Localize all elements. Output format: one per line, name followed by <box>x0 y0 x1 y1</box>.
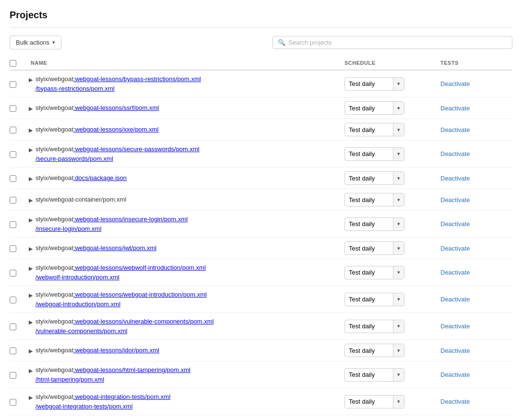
schedule-chevron-icon[interactable]: ▾ <box>393 102 404 114</box>
project-path-link-2[interactable]: /html-tampering/pom.xml <box>36 376 104 383</box>
project-path-link-2[interactable]: /secure-passwords/pom.xml <box>36 155 113 162</box>
bulk-actions-button[interactable]: Bulk actions ▾ <box>10 36 61 49</box>
deactivate-link[interactable]: Deactivate <box>440 150 470 157</box>
play-icon[interactable]: ▶ <box>29 318 33 326</box>
row-checkbox[interactable] <box>10 245 16 252</box>
deactivate-link[interactable]: Deactivate <box>440 175 470 182</box>
row-check-cell <box>10 244 29 252</box>
schedule-select[interactable]: Test daily <box>345 266 393 279</box>
play-icon[interactable]: ▶ <box>29 216 33 224</box>
play-icon[interactable]: ▶ <box>29 394 33 402</box>
schedule-chevron-icon[interactable]: ▾ <box>393 218 404 230</box>
schedule-select[interactable]: Test daily <box>345 102 393 114</box>
project-path-link[interactable]: :webgoat-lessons/jwt/pom.xml <box>73 244 156 252</box>
project-path-link[interactable]: :webgoat-lessons/html-tampering/pom.xml <box>73 366 190 373</box>
deactivate-link[interactable]: Deactivate <box>440 269 470 276</box>
schedule-select[interactable]: Test daily <box>345 148 393 160</box>
schedule-chevron-icon[interactable]: ▾ <box>393 344 404 357</box>
project-path-link[interactable]: :webgoat-lessons/vulnerable-components/p… <box>73 318 214 325</box>
schedule-select[interactable]: Test daily <box>345 78 393 90</box>
project-path-link[interactable]: :webgoat-lessons/xxe/pom.xml <box>73 126 159 133</box>
schedule-select[interactable]: Test daily <box>345 293 393 306</box>
schedule-chevron-icon[interactable]: ▾ <box>393 242 404 254</box>
schedule-chevron-icon[interactable]: ▾ <box>393 396 404 408</box>
row-checkbox[interactable] <box>10 297 16 303</box>
play-icon[interactable]: ▶ <box>29 175 33 183</box>
schedule-select[interactable]: Test daily <box>345 193 393 206</box>
play-icon[interactable]: ▶ <box>29 146 33 154</box>
play-icon[interactable]: ▶ <box>29 76 33 84</box>
project-path-link[interactable]: :webgoat-lessons/webgoat-introduction/po… <box>73 291 207 298</box>
row-checkbox[interactable] <box>10 348 16 354</box>
project-name-cell: ▶styix/webgoat-container/pom.xml <box>29 195 344 204</box>
chevron-down-icon: ▾ <box>52 39 55 46</box>
deactivate-link[interactable]: Deactivate <box>440 105 470 112</box>
schedule-chevron-icon[interactable]: ▾ <box>393 172 404 184</box>
play-icon[interactable]: ▶ <box>29 347 33 355</box>
deactivate-link[interactable]: Deactivate <box>440 196 470 204</box>
deactivate-link[interactable]: Deactivate <box>440 296 470 303</box>
play-icon[interactable]: ▶ <box>29 126 33 134</box>
schedule-select[interactable]: Test daily <box>345 123 393 136</box>
schedule-chevron-icon[interactable]: ▾ <box>393 320 404 333</box>
schedule-chevron-icon[interactable]: ▾ <box>393 293 404 306</box>
row-checkbox[interactable] <box>10 151 16 158</box>
project-path-link[interactable]: :webgoat-lessons/secure-passwords/pom.xm… <box>73 145 200 153</box>
play-icon[interactable]: ▶ <box>29 291 33 300</box>
project-path-link-2[interactable]: /bypass-restrictions/pom.xml <box>36 85 115 92</box>
schedule-select[interactable]: Test daily <box>345 218 393 230</box>
row-checkbox[interactable] <box>10 372 16 379</box>
row-checkbox[interactable] <box>10 197 16 204</box>
row-checkbox[interactable] <box>10 175 16 182</box>
schedule-chevron-icon[interactable]: ▾ <box>393 266 404 279</box>
schedule-select[interactable]: Test daily <box>345 320 393 333</box>
deactivate-link[interactable]: Deactivate <box>440 398 470 405</box>
project-path-link[interactable]: :webgoat-lessons/webwolf-introduction/po… <box>73 264 206 271</box>
row-checkbox[interactable] <box>10 324 16 330</box>
schedule-chevron-icon[interactable]: ▾ <box>393 369 404 381</box>
schedule-select[interactable]: Test daily <box>345 369 393 381</box>
schedule-select[interactable]: Test daily <box>345 242 393 254</box>
schedule-select[interactable]: Test daily <box>345 396 393 408</box>
schedule-chevron-icon[interactable]: ▾ <box>393 193 404 206</box>
play-icon[interactable]: ▶ <box>29 264 33 273</box>
schedule-select-wrapper: Test daily▾ <box>344 217 404 231</box>
deactivate-link[interactable]: Deactivate <box>440 371 470 378</box>
select-all-checkbox[interactable] <box>10 60 16 67</box>
project-path-link-2[interactable]: /insecure-login/pom.xml <box>36 225 101 232</box>
row-checkbox[interactable] <box>10 127 16 133</box>
project-path-link[interactable]: :webgoat-lessons/ssrf/pom.xml <box>73 104 159 111</box>
play-icon[interactable]: ▶ <box>29 196 33 204</box>
row-checkbox[interactable] <box>10 399 16 406</box>
project-path-link-2[interactable]: /webgoat-integration-tests/pom.xml <box>36 403 132 410</box>
deactivate-link[interactable]: Deactivate <box>440 347 470 354</box>
th-schedule: SCHEDULE <box>344 60 440 67</box>
project-path-link-2[interactable]: /webgoat-introduction/pom.xml <box>36 300 120 308</box>
deactivate-link[interactable]: Deactivate <box>440 220 470 228</box>
deactivate-link[interactable]: Deactivate <box>440 245 470 252</box>
schedule-select[interactable]: Test daily <box>345 172 393 184</box>
search-input[interactable] <box>288 39 507 46</box>
project-path-link[interactable]: :docs/package.json <box>73 174 127 181</box>
play-icon[interactable]: ▶ <box>29 105 33 113</box>
schedule-select[interactable]: Test daily <box>345 344 393 357</box>
project-path-link-2[interactable]: /webwolf-introduction/pom.xml <box>36 274 119 281</box>
row-checkbox[interactable] <box>10 270 16 276</box>
deactivate-link[interactable]: Deactivate <box>440 323 470 330</box>
play-icon[interactable]: ▶ <box>29 367 33 375</box>
project-path-link-2[interactable]: /vulnerable-components/pom.xml <box>36 327 127 335</box>
project-path-link[interactable]: :webgoat-lessons/bypass-restrictions/pom… <box>73 75 201 83</box>
project-path-link[interactable]: :webgoat-lessons/idor/pom.xml <box>73 347 159 354</box>
row-checkbox[interactable] <box>10 221 16 228</box>
project-name-text: styix/webgoat:webgoat-lessons/xxe/pom.xm… <box>36 125 159 134</box>
project-path-link[interactable]: :webgoat-integration-tests/pom.xml <box>73 393 170 400</box>
project-path-link[interactable]: :webgoat-lessons/insecure-login/pom.xml <box>73 216 188 223</box>
row-checkbox[interactable] <box>10 105 16 112</box>
play-icon[interactable]: ▶ <box>29 245 33 253</box>
row-checkbox[interactable] <box>10 81 16 88</box>
schedule-chevron-icon[interactable]: ▾ <box>393 123 404 136</box>
deactivate-link[interactable]: Deactivate <box>440 80 470 87</box>
schedule-chevron-icon[interactable]: ▾ <box>393 78 404 90</box>
deactivate-link[interactable]: Deactivate <box>440 126 470 133</box>
schedule-chevron-icon[interactable]: ▾ <box>393 148 404 160</box>
